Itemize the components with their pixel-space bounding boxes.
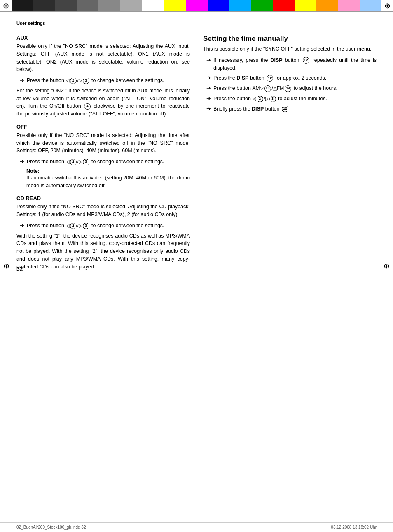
- columns: AUX Possible only if the "NO SRC" mode i…: [16, 35, 377, 276]
- am-fm-sym: AM▽13/△FM14: [253, 85, 292, 91]
- color-bar: [12, 0, 381, 11]
- color-segment-17: [360, 0, 381, 11]
- aux-bullet-text-1: Press the button ◁2/▷3 to change between…: [27, 77, 164, 85]
- right-bullet-4: ➔ Press the button ◁2/▷3 to adjust the m…: [206, 95, 377, 103]
- cd-read-para-1: Possible only if the "NO SRC" mode is se…: [16, 203, 190, 219]
- off-heading: OFF: [16, 124, 190, 130]
- page-header-title: User settings: [16, 21, 45, 26]
- aux-bullet-1: ➔ Press the button ◁2/▷3 to change betwe…: [20, 77, 190, 85]
- section-off: OFF Possible only if the "NO SRC" mode i…: [16, 124, 190, 190]
- button-sym-r4: ◁2/▷3: [253, 96, 277, 101]
- color-segment-15: [316, 0, 338, 11]
- right-bullet-1: ➔ If necessary, press the DISP button 12…: [206, 56, 377, 72]
- cnum-12-r5: 12: [282, 106, 288, 112]
- cd-read-para-2: With the setting "1", the device recogni…: [16, 232, 190, 271]
- right-bullet-5: ➔ Briefly press the DISP button 12.: [206, 105, 377, 113]
- cnum-3-aux: 3: [83, 78, 89, 84]
- note-label: Note:: [26, 168, 190, 174]
- bullet-arrow-r2: ➔: [206, 75, 211, 81]
- bullet-arrow-r1: ➔: [206, 57, 211, 63]
- color-segment-5: [98, 0, 120, 11]
- bullet-arrow-r4: ➔: [206, 95, 211, 101]
- page-header: User settings: [16, 20, 377, 28]
- disp-label-1: DISP: [271, 57, 283, 63]
- right-main-heading: Setting the time manually: [203, 35, 377, 43]
- right-bullet-3: ➔ Press the button AM▽13/△FM14 to adjust…: [206, 85, 377, 92]
- bullet-arrow-1: ➔: [20, 77, 24, 83]
- button-sym-aux: ◁2/▷3: [66, 78, 90, 83]
- section-aux: AUX Possible only if the "NO SRC" mode i…: [16, 35, 190, 118]
- note-block: Note: If automatic switch-off is activat…: [26, 168, 190, 190]
- cd-read-bullet-text-1: Press the button ◁2/▷3 to change between…: [27, 222, 164, 230]
- color-segment-16: [338, 0, 360, 11]
- cnum-12-r1: 12: [303, 57, 309, 64]
- cnum-4: 4: [84, 103, 91, 110]
- button-sym-off: ◁2/▷3: [66, 159, 90, 164]
- section-cd-read: CD READ Possible only if the "NO SRC" mo…: [16, 195, 190, 271]
- right-bullet-text-5: Briefly press the DISP button 12.: [213, 105, 290, 113]
- cd-read-heading: CD READ: [16, 195, 190, 201]
- cnum-3-cd: 3: [83, 223, 89, 229]
- color-bar-wrapper: ⊕ ⊕: [0, 0, 393, 12]
- off-bullet-1: ➔ Press the button ◁2/▷3 to change betwe…: [20, 158, 190, 166]
- color-segment-8: [164, 0, 186, 11]
- color-segment-1: [12, 0, 33, 11]
- footer: 02_BuenAir200_Stock100_gb.indd 32 03.12.…: [0, 522, 393, 532]
- cd-read-bullet-1: ➔ Press the button ◁2/▷3 to change betwe…: [20, 222, 190, 230]
- off-bullet-text-1: Press the button ◁2/▷3 to change between…: [27, 158, 164, 166]
- reg-mark-left: ⊕: [0, 0, 12, 12]
- bullet-arrow-r3: ➔: [206, 85, 211, 91]
- right-column: Setting the time manually This is possib…: [203, 35, 377, 276]
- cnum-2-off: 2: [70, 159, 77, 165]
- bullet-arrow-r5: ➔: [206, 106, 211, 112]
- right-bullet-2: ➔ Press the DISP button 12 for approx. 2…: [206, 74, 377, 82]
- cnum-2-aux: 2: [70, 78, 77, 84]
- cnum-3-off: 3: [83, 159, 89, 165]
- color-segment-14: [295, 0, 316, 11]
- color-segment-7: [142, 0, 164, 11]
- color-segment-2: [33, 0, 55, 11]
- disp-label-2: DISP: [236, 75, 248, 81]
- bullet-arrow-cd: ➔: [20, 222, 24, 228]
- cnum-12-r2: 12: [267, 75, 273, 82]
- page-content: User settings AUX Possible only if the "…: [0, 12, 393, 289]
- disp-label-5: DISP: [252, 106, 264, 112]
- off-para-1: Possible only if the "NO SRC" mode is se…: [16, 132, 190, 155]
- color-segment-11: [229, 0, 251, 11]
- color-segment-12: [251, 0, 273, 11]
- cnum-3-r4: 3: [269, 96, 276, 102]
- color-segment-10: [208, 0, 229, 11]
- aux-para-1: Possible only if the "NO SRC" mode is se…: [16, 42, 190, 73]
- cnum-2-cd: 2: [70, 223, 77, 229]
- left-column: AUX Possible only if the "NO SRC" mode i…: [16, 35, 190, 276]
- page-number: 32: [16, 266, 23, 272]
- aux-heading: AUX: [16, 35, 190, 41]
- footer-left: 02_BuenAir200_Stock100_gb.indd 32: [16, 525, 86, 530]
- reg-mark-right: ⊕: [381, 0, 393, 12]
- color-segment-9: [186, 0, 208, 11]
- color-segment-3: [55, 0, 77, 11]
- right-intro: This is possible only if the "SYNC OFF" …: [203, 45, 377, 53]
- right-bullet-text-3: Press the button AM▽13/△FM14 to adjust t…: [213, 85, 337, 92]
- color-segment-13: [273, 0, 295, 11]
- cnum-14: 14: [285, 85, 291, 92]
- aux-para-2: For the setting "ON2": If the device is …: [16, 87, 190, 118]
- button-sym-cd: ◁2/▷3: [66, 223, 90, 228]
- footer-right: 03.12.2008 13:18:02 Uhr: [331, 525, 377, 530]
- cnum-2-r4: 2: [257, 96, 263, 102]
- note-text: If automatic switch-off is activated (se…: [26, 174, 190, 190]
- bullet-arrow-off: ➔: [20, 158, 24, 165]
- color-segment-6: [120, 0, 142, 11]
- right-bullet-text-1: If necessary, press the DISP button 12 r…: [213, 56, 377, 72]
- right-bullet-text-4: Press the button ◁2/▷3 to adjust the min…: [213, 95, 327, 103]
- color-segment-4: [77, 0, 98, 11]
- right-bullet-text-2: Press the DISP button 12 for approx. 2 s…: [213, 74, 326, 82]
- cnum-13: 13: [264, 85, 271, 92]
